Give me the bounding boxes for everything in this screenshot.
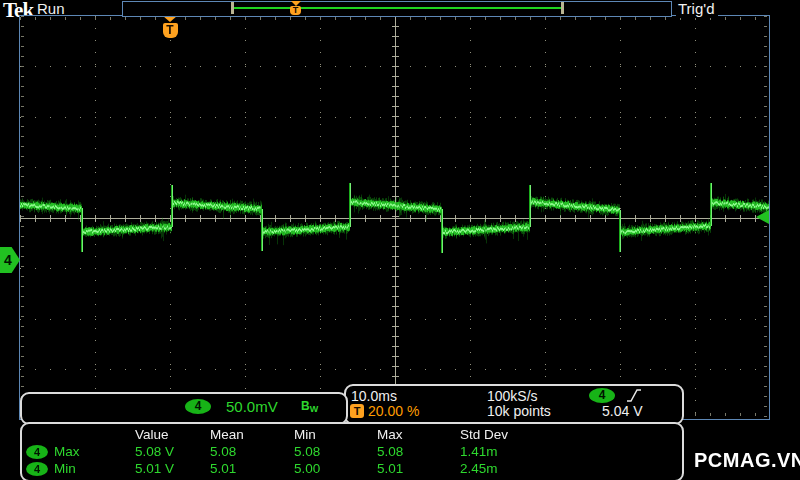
- timebase-readout: 10.0ms: [351, 388, 397, 404]
- measurement-row-label: 4 Max: [22, 444, 135, 459]
- sample-rate-readout: 100kS/s: [487, 388, 538, 404]
- trigger-level-arrow-icon: [756, 210, 769, 224]
- trigger-position-marker: T: [162, 16, 178, 38]
- measurement-min: 5.00: [294, 461, 377, 476]
- preview-window-bracket-right: [561, 2, 564, 14]
- measurement-value: 5.01 V: [135, 461, 210, 476]
- channel4-reference-marker: 4: [0, 247, 20, 273]
- oscilloscope-screen: { "header": { "brand": "Tek", "acq_statu…: [0, 0, 800, 480]
- measurement-mean: 5.08: [210, 444, 294, 459]
- col-header-value: Value: [135, 427, 210, 442]
- channel4-waveform-trace: [20, 16, 769, 419]
- trigger-t-icon: T: [163, 23, 178, 38]
- channel4-badge: 4: [185, 399, 211, 414]
- trigger-position-t-icon: T: [350, 404, 364, 418]
- measurement-stddev: 1.41m: [460, 444, 682, 459]
- col-header-max: Max: [377, 427, 460, 442]
- measurement-table: Value Mean Min Max Std Dev 4 Max 5.08 V …: [20, 422, 684, 480]
- measurement-mean: 5.01: [210, 461, 294, 476]
- trigger-status: Trig'd: [676, 0, 718, 18]
- trigger-position-readout: 20.00 %: [368, 403, 419, 419]
- measurement-stddev: 2.45m: [460, 461, 682, 476]
- measurement-max: 5.08: [377, 444, 460, 459]
- record-length-readout: 10k points: [487, 403, 551, 419]
- channel4-scale-readout: 50.0mV: [226, 398, 278, 415]
- record-preview-bar: T: [122, 1, 672, 17]
- col-header-mean: Mean: [210, 427, 294, 442]
- channel4-readout: 4 50.0mV BW: [20, 392, 348, 425]
- col-header-stddev: Std Dev: [460, 427, 682, 442]
- measurement-max: 5.01: [377, 461, 460, 476]
- bandwidth-limit-icon: BW: [301, 399, 318, 414]
- channel4-badge: 4: [26, 462, 48, 476]
- measurement-value: 5.08 V: [135, 444, 210, 459]
- channel4-badge: 4: [26, 445, 48, 459]
- preview-window-bracket-left: [231, 2, 234, 14]
- measurement-min: 5.08: [294, 444, 377, 459]
- preview-trigger-marker: T: [290, 1, 302, 15]
- rising-edge-icon: [626, 388, 642, 403]
- col-header-min: Min: [294, 427, 377, 442]
- measurement-row-label: 4 Min: [22, 461, 135, 476]
- graticule: [19, 15, 770, 420]
- horizontal-trigger-readout: 10.0ms 100kS/s 4 T 20.00 % 10k points 5.…: [344, 384, 684, 425]
- trigger-t-icon: T: [290, 6, 301, 15]
- trigger-source-badge: 4: [589, 388, 615, 403]
- watermark: PCMAG.VN: [694, 449, 800, 472]
- preview-waveform-line: [233, 7, 563, 9]
- trigger-level-readout: 5.04 V: [602, 403, 642, 419]
